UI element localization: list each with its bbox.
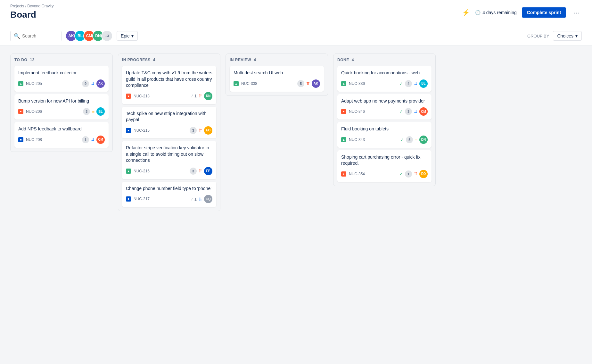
card-footer: ▲NUC-336 ✓4⇊BL: [341, 79, 428, 88]
branch-icon: ⑂ 1: [191, 197, 197, 202]
story-points: 1: [405, 170, 412, 178]
card-meta-left: ■NUC-215: [126, 128, 150, 133]
assignee-avatar: EO: [419, 170, 428, 178]
assignee-avatar: CM: [96, 136, 105, 144]
card-title: Adapt web app no new payments provider: [341, 98, 428, 104]
priority-medium-icon: =: [92, 109, 95, 114]
column-todo: TO DO 12 Implement feedback collector ▲N…: [10, 54, 113, 152]
priority-low-icon: ⇊: [414, 109, 417, 114]
card-meta-right: 3⇈FP: [190, 167, 212, 175]
column-count: 4: [153, 58, 155, 62]
assignee-avatar: FP: [204, 167, 212, 175]
more-options-button[interactable]: ···: [571, 8, 582, 18]
group-by-label: GROUP BY: [527, 34, 549, 38]
issue-type-icon: ■: [126, 196, 131, 202]
epic-filter-button[interactable]: Epic ▾: [117, 31, 138, 41]
card-footer: ▲NUC-216 3⇈FP: [126, 167, 212, 175]
check-icon: ✓: [400, 137, 404, 142]
issue-type-icon: ■: [18, 137, 23, 142]
search-box[interactable]: 🔍: [10, 31, 62, 41]
priority-low-icon: ⇊: [91, 137, 95, 142]
card-meta-right: 5⇈AK: [297, 79, 320, 88]
card[interactable]: Adapt web app no new payments provider ●…: [337, 94, 432, 120]
card[interactable]: Fluid booking on tablets ▲NUC-343 ✓5=DN: [337, 122, 432, 148]
card-footer: ●NUC-354 ✓1⇈EO: [341, 170, 428, 178]
complete-sprint-button[interactable]: Complete sprint: [522, 7, 566, 18]
card-title: Add NPS feedback to wallboard: [18, 126, 105, 132]
card-title: Change phone number field type to 'phone…: [126, 186, 212, 192]
story-points: 1: [82, 136, 89, 143]
column-header-inprogress: IN PROGRESS 4: [122, 58, 216, 62]
card[interactable]: Tech spike on new stripe integration wit…: [122, 107, 216, 138]
card[interactable]: Shoping cart purchasing error - quick fi…: [337, 150, 432, 182]
card-meta-left: ●NUC-354: [341, 171, 365, 177]
choices-dropdown-button[interactable]: Choices ▾: [553, 31, 582, 41]
card-meta-left: ▲NUC-205: [18, 81, 42, 86]
issue-type-icon: ▲: [234, 81, 239, 86]
card[interactable]: Add NPS feedback to wallboard ■NUC-208 1…: [14, 122, 109, 148]
card-meta-right: ✓4⇊BL: [399, 79, 428, 88]
card-title: Update T&C copy with v1.9 from the write…: [126, 70, 212, 89]
column-header-inreview: IN REVIEW 4: [230, 58, 324, 62]
breadcrumb: Projects / Beyond Gravity: [10, 4, 53, 8]
card[interactable]: Update T&C copy with v1.9 from the write…: [122, 66, 216, 104]
card-footer: ■NUC-217 ⑂ 1⇊GQ: [126, 195, 212, 203]
card-title: Tech spike on new stripe integration wit…: [126, 111, 212, 123]
search-input[interactable]: [22, 33, 58, 38]
issue-type-icon: ■: [126, 128, 131, 133]
card-meta-right: ✓5=DN: [400, 136, 428, 144]
card-title: Bump version for new API for billing: [18, 98, 105, 104]
assignee-avatar: DN: [419, 136, 428, 144]
card-title: Quick booking for accomodations - web: [341, 70, 428, 76]
column-done: DONE 4 Quick booking for accomodations -…: [333, 54, 436, 186]
card-meta-left: ■NUC-208: [18, 137, 42, 142]
priority-high-icon: ⇈: [306, 81, 310, 86]
card-meta-right: 3⇈EO: [190, 126, 212, 135]
column-inreview: IN REVIEW 4 Multi-dest search UI web ▲NU…: [226, 54, 328, 96]
card-meta-right: ⑂ 1⇊GQ: [191, 195, 212, 203]
search-icon: 🔍: [14, 33, 20, 39]
card-footer: ▲NUC-205 9⇊AK: [18, 79, 105, 88]
card[interactable]: Multi-dest search UI web ▲NUC-338 5⇈AK: [230, 66, 324, 92]
issue-type-icon: ▲: [341, 137, 346, 142]
assignee-avatar: BL: [96, 107, 105, 116]
issue-id: NUC-205: [26, 81, 42, 86]
card-meta-right: ✓1⇈EO: [399, 170, 428, 178]
page-title: Board: [10, 10, 53, 24]
card[interactable]: Change phone number field type to 'phone…: [122, 182, 216, 207]
priority-low-icon: ⇊: [199, 197, 202, 202]
card[interactable]: Quick booking for accomodations - web ▲N…: [337, 66, 432, 92]
issue-id: NUC-213: [134, 94, 150, 98]
card-footer: ●NUC-206 3=BL: [18, 107, 105, 116]
issue-type-icon: ▲: [18, 81, 23, 86]
card[interactable]: Implement feedback collector ▲NUC-205 9⇊…: [14, 66, 109, 92]
issue-type-icon: ●: [341, 171, 346, 177]
assignee-avatar: AK: [312, 79, 320, 88]
card-meta-right: 9⇊AK: [82, 79, 105, 88]
card-meta-right: ⑂ 1⇈DN: [191, 92, 212, 100]
story-points: 3: [405, 108, 412, 115]
story-points: 9: [82, 80, 89, 87]
issue-type-icon: ●: [341, 109, 346, 114]
check-icon: ✓: [399, 109, 403, 114]
branch-icon: ⑂ 1: [191, 94, 197, 98]
check-icon: ✓: [399, 171, 403, 177]
card[interactable]: Bump version for new API for billing ●NU…: [14, 94, 109, 120]
card-footer: ▲NUC-343 ✓5=DN: [341, 136, 428, 144]
card-meta-right: 1⇊CM: [82, 136, 105, 144]
priority-low-icon: ⇊: [414, 81, 417, 86]
issue-type-icon: ▲: [341, 81, 346, 86]
story-points: 5: [297, 80, 304, 87]
epic-label: Epic: [121, 33, 129, 38]
card[interactable]: Refactor stripe verification key validat…: [122, 141, 216, 179]
issue-id: NUC-354: [349, 172, 365, 176]
issue-type-icon: ●: [18, 109, 23, 114]
story-points: 3: [190, 127, 197, 134]
priority-medium-icon: =: [415, 137, 417, 142]
column-header-done: DONE 4: [337, 58, 432, 62]
card-title: Shoping cart purchasing error - quick fi…: [341, 154, 428, 167]
column-label: IN PROGRESS: [122, 58, 151, 62]
issue-id: NUC-206: [26, 109, 42, 114]
avatar-overflow[interactable]: +3: [101, 30, 113, 42]
card-footer: ●NUC-346 ✓3⇊CM: [341, 107, 428, 116]
